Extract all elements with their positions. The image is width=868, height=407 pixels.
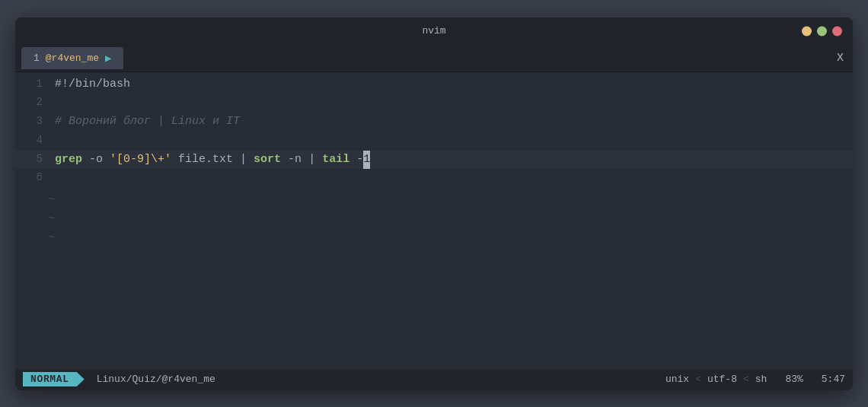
tilde-char-2: ~ xyxy=(21,210,55,229)
code-line-4: 4 xyxy=(15,132,853,151)
line-number-6: 6 xyxy=(21,169,43,186)
tab-number: 1 xyxy=(34,52,40,64)
code-line-2: 2 xyxy=(15,94,853,113)
close-button[interactable] xyxy=(832,26,842,36)
status-encoding: utf-8 xyxy=(707,374,737,385)
tab-filename: @r4ven_me xyxy=(46,52,99,64)
line-number-3: 3 xyxy=(21,113,43,130)
window-title: nvim xyxy=(422,25,445,37)
line-content-3: # Вороний блог | Linux и IT xyxy=(55,113,240,132)
tab-bar: 1 @r4ven_me ▶ X xyxy=(15,45,853,72)
status-sep-2: < xyxy=(743,374,749,385)
line-content-2 xyxy=(55,94,62,113)
code-lines: 1 #!/bin/bash 2 3 # Вороний блог | Linux… xyxy=(15,75,853,189)
tab-close-button[interactable]: X xyxy=(837,52,844,65)
line-content-5: grep -o '[0-9]\+' file.txt | sort -n | t… xyxy=(55,151,370,170)
status-path: Linux/Quiz/@r4ven_me xyxy=(97,374,215,385)
editor-area[interactable]: 1 #!/bin/bash 2 3 # Вороний блог | Linux… xyxy=(15,72,853,369)
nvim-window: nvim 1 @r4ven_me ▶ X 1 #!/bin/bash 2 xyxy=(15,17,853,390)
line-number-4: 4 xyxy=(21,132,43,149)
status-fileformat: unix xyxy=(665,374,689,385)
status-mode: NORMAL xyxy=(23,372,85,386)
status-sep-1: < xyxy=(695,374,701,385)
tilde-line-1: ~ xyxy=(15,191,853,210)
statusbar: NORMAL Linux/Quiz/@r4ven_me unix < utf-8… xyxy=(15,369,853,390)
tilde-line-3: ~ xyxy=(15,229,853,248)
code-line-1: 1 #!/bin/bash xyxy=(15,75,853,94)
tilde-line-2: ~ xyxy=(15,210,853,229)
line-number-1: 1 xyxy=(21,75,43,93)
status-filetype: sh xyxy=(755,374,767,385)
line-content-4 xyxy=(55,132,62,151)
maximize-button[interactable] xyxy=(817,26,827,36)
tilde-char-1: ~ xyxy=(21,191,55,210)
status-percent: 83% xyxy=(785,374,803,385)
minimize-button[interactable] xyxy=(802,26,812,36)
status-right: unix < utf-8 < sh 83% 5:47 xyxy=(665,374,845,385)
tab-item[interactable]: 1 @r4ven_me ▶ xyxy=(21,47,123,69)
code-line-5: 5 grep -o '[0-9]\+' file.txt | sort -n |… xyxy=(15,151,853,170)
status-position: 5:47 xyxy=(822,374,845,385)
line-number-2: 2 xyxy=(21,94,43,111)
titlebar: nvim xyxy=(15,17,853,45)
window-controls xyxy=(802,26,842,36)
line-content-1: #!/bin/bash xyxy=(55,75,130,94)
tilde-lines: ~ ~ ~ xyxy=(15,188,853,250)
code-line-3: 3 # Вороний блог | Linux и IT xyxy=(15,113,853,132)
line-number-5: 5 xyxy=(21,151,43,168)
code-line-6: 6 xyxy=(15,169,853,188)
tilde-char-3: ~ xyxy=(21,229,55,248)
tab-arrow-icon: ▶ xyxy=(105,52,111,65)
line-content-6 xyxy=(55,169,62,188)
